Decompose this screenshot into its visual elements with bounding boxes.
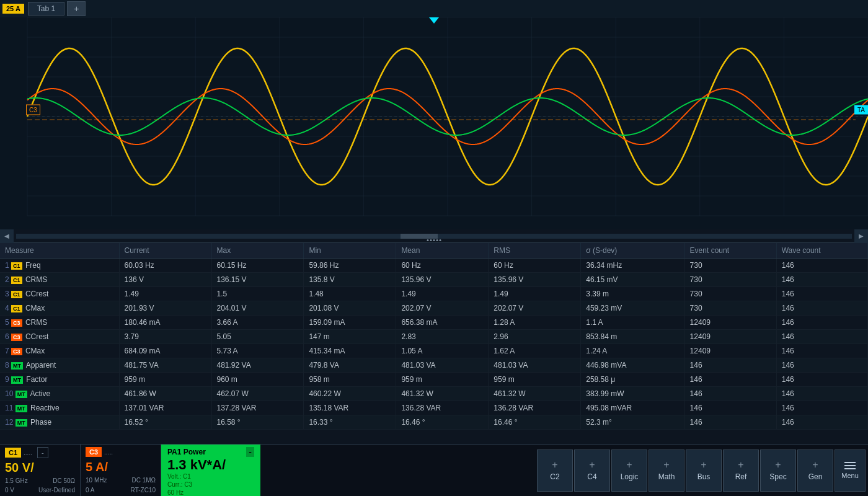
- scope-header: 25 A Tab 1 +: [0, 0, 868, 17]
- c3-zero2: 0 A: [86, 487, 94, 494]
- cell-rms: 202.07 V: [489, 301, 581, 316]
- cell-current: 3.79: [119, 330, 211, 344]
- cell-num: 1 C1 Freq: [0, 259, 119, 273]
- cell-sigma: 36.34 mHz: [581, 259, 684, 273]
- cell-events: 146: [684, 401, 776, 415]
- hamburger-icon: [844, 462, 856, 469]
- cell-rms: 481.03 VA: [489, 358, 581, 373]
- cell-rms: 1.62 A: [489, 344, 581, 358]
- col-events: Event count: [684, 243, 776, 259]
- cell-num: 12 MT Phase: [0, 415, 119, 430]
- cell-max: 137.28 VAR: [211, 401, 304, 415]
- cell-min: 135.18 VAR: [304, 401, 396, 415]
- cell-sigma: 1.1 A: [581, 316, 684, 330]
- table-row: 9 MT Factor 959 m 960 m 958 m 959 m 959 …: [0, 373, 868, 387]
- cell-max: 462.07 W: [211, 387, 304, 401]
- c4-button[interactable]: + C4: [574, 450, 610, 492]
- c1-freq: 1.5 GHz: [5, 477, 28, 484]
- cell-sigma: 258.58 μ: [581, 373, 684, 387]
- add-tab-button[interactable]: +: [67, 1, 86, 16]
- cell-sigma: 495.08 mVAR: [581, 401, 684, 415]
- col-current: Current: [119, 243, 211, 259]
- hamb-line1: [844, 462, 856, 463]
- cell-max: 60.15 Hz: [211, 259, 304, 273]
- pa1-minus-button[interactable]: -: [246, 447, 254, 457]
- cell-max: 204.01 V: [211, 301, 304, 316]
- cell-mean: 60 Hz: [396, 259, 489, 273]
- math-button[interactable]: + Math: [649, 450, 684, 492]
- tab1-button[interactable]: Tab 1: [28, 2, 64, 16]
- ref-button[interactable]: + Ref: [723, 450, 759, 492]
- cell-events: 730: [684, 259, 776, 273]
- c3-current: 5 A/: [86, 460, 156, 474]
- cell-sigma: 446.98 mVA: [581, 358, 684, 373]
- measurements-panel: Measure Current Max Min Mean RMS σ (S-de…: [0, 243, 868, 444]
- c1-zero: 0 V: [5, 487, 14, 494]
- cell-max: 5.73 A: [211, 344, 304, 358]
- cell-events: 146: [684, 415, 776, 430]
- cell-mean: 16.46 °: [396, 415, 489, 430]
- cell-num: 7 C3 CMax: [0, 344, 119, 358]
- cell-min: 159.09 mA: [304, 316, 396, 330]
- cell-mean: 136.28 VAR: [396, 401, 489, 415]
- c1-userdefined: User-Defined: [38, 487, 75, 494]
- cell-sigma: 383.99 mW: [581, 387, 684, 401]
- cell-sigma: 52.3 m°: [581, 415, 684, 430]
- cell-min: 479.8 VA: [304, 358, 396, 373]
- channel-c1-status: C1 ..... - 50 V/ 1.5 GHz DC 50Ω 0 V User…: [0, 445, 81, 496]
- cell-mean: 461.32 W: [396, 387, 489, 401]
- cell-events: 730: [684, 273, 776, 287]
- oscilloscope-display: 25 A Tab 1 + C3 TA 25 A 20 A 15 A 10 A 5…: [0, 0, 868, 229]
- c1-sub-info: 1.5 GHz DC 50Ω: [5, 477, 75, 484]
- scrollbar-area[interactable]: ◀ ▶: [0, 229, 868, 243]
- scroll-center-indicator: [427, 234, 441, 247]
- table-row: 6 C3 CCrest 3.79 5.05 147 m 2.83 2.96 85…: [0, 330, 868, 344]
- scroll-dot: [433, 239, 435, 241]
- cell-num: 10 MT Active: [0, 387, 119, 401]
- col-mean: Mean: [396, 243, 489, 259]
- scroll-right-arrow[interactable]: ▶: [854, 229, 868, 243]
- cell-events: 12409: [684, 344, 776, 358]
- cell-waves: 146: [776, 273, 867, 287]
- cell-mean: 481.03 VA: [396, 358, 489, 373]
- c1-sub-info2: 0 V User-Defined: [5, 487, 75, 494]
- right-channel-buttons: + C2 + C4 + Logic + Math + Bus + Ref + S…: [537, 445, 868, 496]
- cell-current: 684.09 mA: [119, 344, 211, 358]
- c2-button[interactable]: + C2: [537, 450, 573, 492]
- trigger-marker: [429, 17, 439, 24]
- menu-button[interactable]: Menu: [835, 450, 866, 492]
- logic-button[interactable]: + Logic: [611, 450, 647, 492]
- cell-max: 960 m: [211, 373, 304, 387]
- cell-current: 180.46 mA: [119, 316, 211, 330]
- scroll-left-arrow[interactable]: ◀: [0, 229, 14, 243]
- table-row: 8 MT Apparent 481.75 VA 481.92 VA 479.8 …: [0, 358, 868, 373]
- c1-dots: .....: [24, 450, 32, 456]
- scroll-dot: [440, 239, 441, 241]
- cell-sigma: 1.24 A: [581, 344, 684, 358]
- c3-rtzc: RT-ZC10: [131, 487, 156, 494]
- cell-max: 481.92 VA: [211, 358, 304, 373]
- c3-sub-info2: 0 A RT-ZC10: [86, 487, 156, 494]
- scroll-track[interactable]: [16, 234, 852, 239]
- spec-button[interactable]: + Spec: [760, 450, 796, 492]
- cell-min: 958 m: [304, 373, 396, 387]
- c3-label: C3: [86, 447, 102, 457]
- cell-rms: 135.96 V: [489, 273, 581, 287]
- bus-button[interactable]: + Bus: [686, 450, 722, 492]
- gen-button[interactable]: + Gen: [797, 450, 833, 492]
- cell-current: 16.52 °: [119, 415, 211, 430]
- cell-events: 146: [684, 373, 776, 387]
- c3-channel-label: C3: [26, 105, 40, 115]
- c1-voltage: 50 V/: [5, 461, 75, 475]
- cell-min: 16.33 °: [304, 415, 396, 430]
- cell-mean: 1.49: [396, 287, 489, 301]
- cell-waves: 146: [776, 301, 867, 316]
- cell-rms: 1.49: [489, 287, 581, 301]
- cell-min: 201.08 V: [304, 301, 396, 316]
- cell-sigma: 46.15 mV: [581, 273, 684, 287]
- cell-mean: 656.38 mA: [396, 316, 489, 330]
- c3-dots: .....: [104, 449, 113, 456]
- cell-num: 4 C1 CMax: [0, 301, 119, 316]
- cell-rms: 2.96: [489, 330, 581, 344]
- table-row: 11 MT Reactive 137.01 VAR 137.28 VAR 135…: [0, 401, 868, 415]
